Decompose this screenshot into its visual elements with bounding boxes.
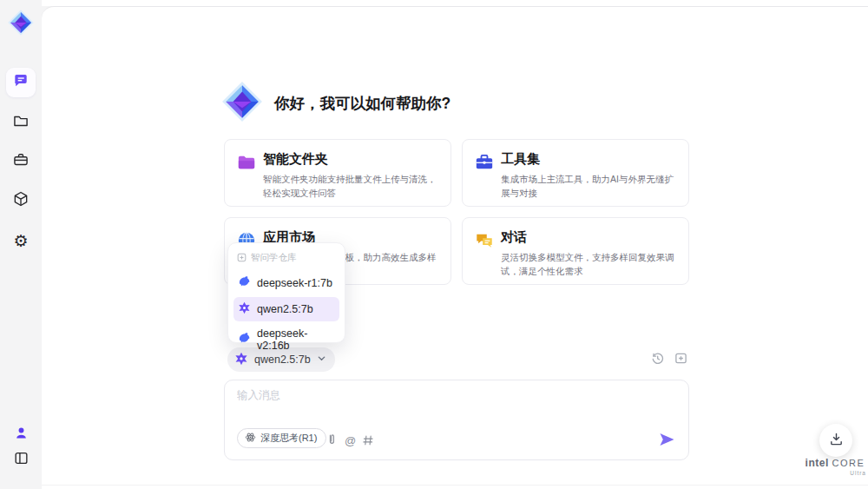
- chat-icon: [12, 72, 30, 93]
- folder-purple-icon: [237, 153, 256, 172]
- sidebar: ⚙: [0, 0, 42, 489]
- download-button[interactable]: [819, 424, 852, 457]
- card-description: 集成市场上主流工具，助力AI与外界无缝扩展与对接: [501, 172, 680, 200]
- sidebar-item-files[interactable]: [6, 108, 36, 137]
- card-dialog[interactable]: 对话 灵活切换多模型文件，支持多样回复效果调试，满足个性化需求: [462, 217, 689, 285]
- folder-icon: [12, 112, 30, 133]
- card-title: 工具集: [501, 151, 540, 168]
- send-icon[interactable]: [657, 430, 676, 449]
- deep-think-toggle[interactable]: 深度思考(R1): [237, 428, 326, 448]
- card-title: 对话: [501, 229, 527, 246]
- model-option-label: deepseek-v2:16b: [257, 327, 335, 352]
- sidebar-item-chat[interactable]: [6, 68, 36, 97]
- model-repo-header: 智问学仓库: [228, 250, 345, 269]
- chat-yellow-icon: [475, 231, 494, 250]
- card-smart-folder[interactable]: 智能文件夹 智能文件夹功能支持批量文件上传与清洗，轻松实现文件问答: [224, 139, 451, 207]
- new-chat-icon[interactable]: [674, 352, 687, 368]
- deepseek-icon: [238, 275, 251, 291]
- cube-icon: [12, 190, 30, 211]
- card-title: 智能文件夹: [263, 151, 328, 168]
- app-window: ⚙: [0, 0, 868, 489]
- sidebar-item-toolbox[interactable]: [6, 147, 36, 176]
- model-dropdown: 智问学仓库 deepseek-r1:7b qwen2.5:7b: [227, 242, 345, 343]
- model-option-label: qwen2.5:7b: [257, 303, 313, 315]
- message-input[interactable]: [237, 388, 671, 425]
- user-icon: [13, 425, 30, 445]
- download-icon: [829, 432, 844, 450]
- deep-think-label: 深度思考(R1): [260, 432, 317, 445]
- repo-label: 智问学仓库: [251, 252, 297, 264]
- settings-icon: ⚙: [13, 233, 28, 249]
- greeting-logo-icon: [220, 80, 264, 127]
- toolbox-icon: [12, 151, 30, 172]
- intel-core-badge: intel core Ultra: [804, 457, 866, 476]
- model-option-deepseek-r1[interactable]: deepseek-r1:7b: [233, 271, 339, 295]
- paperclip-icon[interactable]: [326, 433, 338, 446]
- app-logo-icon: [7, 9, 35, 36]
- repo-icon: [237, 253, 247, 264]
- layout-panel-icon: [13, 450, 30, 470]
- sidebar-item-settings[interactable]: ⚙: [6, 226, 36, 255]
- chat-tools: [651, 352, 687, 368]
- ultra-label: Ultra: [804, 470, 866, 476]
- briefcase-blue-icon: [475, 153, 494, 172]
- core-label: core: [832, 458, 865, 468]
- card-toolset[interactable]: 工具集 集成市场上主流工具，助力AI与外界无缝扩展与对接: [462, 139, 689, 207]
- model-option-qwen[interactable]: qwen2.5:7b: [233, 297, 339, 321]
- deepseek-icon: [238, 332, 251, 347]
- sidebar-item-apps[interactable]: [6, 186, 36, 215]
- model-option-deepseek-v2[interactable]: deepseek-v2:16b: [233, 323, 339, 356]
- qwen-icon: [238, 301, 251, 317]
- greeting: 你好，我可以如何帮助你?: [220, 80, 450, 127]
- grid-icon[interactable]: [362, 434, 374, 446]
- atom-icon: [245, 432, 256, 445]
- card-description: 灵活切换多模型文件，支持多样回复效果调试，满足个性化需求: [501, 250, 680, 278]
- history-icon[interactable]: [651, 352, 664, 368]
- chat-input-box: 深度思考(R1) @: [224, 380, 689, 460]
- intel-label: intel: [806, 457, 829, 469]
- mention-icon[interactable]: @: [345, 434, 356, 447]
- greeting-text: 你好，我可以如何帮助你?: [274, 93, 450, 114]
- model-option-label: deepseek-r1:7b: [257, 277, 332, 289]
- card-description: 智能文件夹功能支持批量文件上传与清洗，轻松实现文件问答: [263, 172, 442, 200]
- sidebar-item-collapse[interactable]: [6, 445, 36, 474]
